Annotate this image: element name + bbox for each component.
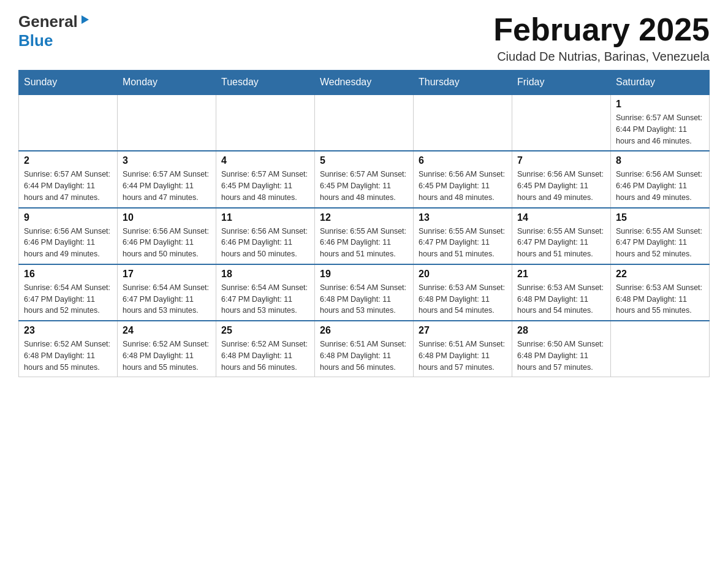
day-number: 18 — [221, 269, 309, 280]
month-title: February 2025 — [493, 12, 710, 47]
calendar-cell: 17Sunrise: 6:54 AM Sunset: 6:47 PM Dayli… — [118, 264, 216, 321]
calendar-cell: 5Sunrise: 6:57 AM Sunset: 6:45 PM Daylig… — [315, 151, 414, 207]
calendar-cell: 7Sunrise: 6:56 AM Sunset: 6:45 PM Daylig… — [512, 151, 611, 207]
calendar-cell — [512, 94, 611, 151]
day-number: 27 — [419, 325, 507, 336]
day-info: Sunrise: 6:56 AM Sunset: 6:46 PM Dayligh… — [123, 226, 211, 260]
day-info: Sunrise: 6:55 AM Sunset: 6:47 PM Dayligh… — [419, 226, 507, 260]
day-number: 3 — [123, 155, 211, 166]
day-info: Sunrise: 6:56 AM Sunset: 6:45 PM Dayligh… — [419, 169, 507, 203]
day-number: 14 — [517, 212, 605, 223]
calendar-cell: 3Sunrise: 6:57 AM Sunset: 6:44 PM Daylig… — [118, 151, 216, 207]
day-of-week-header: Friday — [512, 71, 611, 95]
logo: General Blue — [18, 12, 90, 50]
day-number: 20 — [419, 269, 507, 280]
svg-marker-0 — [82, 15, 89, 24]
day-info: Sunrise: 6:50 AM Sunset: 6:48 PM Dayligh… — [517, 339, 605, 373]
calendar-cell: 11Sunrise: 6:56 AM Sunset: 6:46 PM Dayli… — [216, 208, 315, 264]
calendar-cell: 16Sunrise: 6:54 AM Sunset: 6:47 PM Dayli… — [19, 264, 118, 321]
day-info: Sunrise: 6:54 AM Sunset: 6:47 PM Dayligh… — [24, 282, 112, 316]
day-info: Sunrise: 6:56 AM Sunset: 6:46 PM Dayligh… — [24, 226, 112, 260]
calendar-cell: 20Sunrise: 6:53 AM Sunset: 6:48 PM Dayli… — [414, 264, 512, 321]
calendar-cell: 13Sunrise: 6:55 AM Sunset: 6:47 PM Dayli… — [414, 208, 512, 264]
day-info: Sunrise: 6:56 AM Sunset: 6:46 PM Dayligh… — [221, 226, 309, 260]
day-info: Sunrise: 6:54 AM Sunset: 6:48 PM Dayligh… — [320, 282, 408, 316]
day-number: 6 — [419, 155, 507, 166]
day-number: 12 — [320, 212, 408, 223]
day-of-week-header: Monday — [118, 71, 216, 95]
calendar-header: SundayMondayTuesdayWednesdayThursdayFrid… — [19, 71, 710, 95]
calendar-table: SundayMondayTuesdayWednesdayThursdayFrid… — [18, 70, 710, 377]
calendar-week-row: 9Sunrise: 6:56 AM Sunset: 6:46 PM Daylig… — [19, 208, 710, 264]
day-of-week-header: Wednesday — [315, 71, 414, 95]
calendar-cell — [315, 94, 414, 151]
calendar-cell — [19, 94, 118, 151]
calendar-cell: 14Sunrise: 6:55 AM Sunset: 6:47 PM Dayli… — [512, 208, 611, 264]
day-info: Sunrise: 6:53 AM Sunset: 6:48 PM Dayligh… — [419, 282, 507, 316]
day-number: 10 — [123, 212, 211, 223]
day-number: 5 — [320, 155, 408, 166]
day-info: Sunrise: 6:57 AM Sunset: 6:44 PM Dayligh… — [24, 169, 112, 203]
day-info: Sunrise: 6:53 AM Sunset: 6:48 PM Dayligh… — [517, 282, 605, 316]
day-number: 19 — [320, 269, 408, 280]
day-info: Sunrise: 6:57 AM Sunset: 6:44 PM Dayligh… — [616, 112, 704, 147]
calendar-week-row: 2Sunrise: 6:57 AM Sunset: 6:44 PM Daylig… — [19, 151, 710, 207]
calendar-cell: 27Sunrise: 6:51 AM Sunset: 6:48 PM Dayli… — [414, 321, 512, 377]
calendar-cell: 24Sunrise: 6:52 AM Sunset: 6:48 PM Dayli… — [118, 321, 216, 377]
day-number: 26 — [320, 325, 408, 336]
calendar-week-row: 23Sunrise: 6:52 AM Sunset: 6:48 PM Dayli… — [19, 321, 710, 377]
day-number: 17 — [123, 269, 211, 280]
calendar-cell: 19Sunrise: 6:54 AM Sunset: 6:48 PM Dayli… — [315, 264, 414, 321]
calendar-cell: 1Sunrise: 6:57 AM Sunset: 6:44 PM Daylig… — [611, 94, 710, 151]
day-number: 8 — [616, 155, 704, 166]
calendar-cell: 18Sunrise: 6:54 AM Sunset: 6:47 PM Dayli… — [216, 264, 315, 321]
day-info: Sunrise: 6:51 AM Sunset: 6:48 PM Dayligh… — [320, 339, 408, 373]
day-info: Sunrise: 6:55 AM Sunset: 6:47 PM Dayligh… — [616, 226, 704, 260]
day-number: 13 — [419, 212, 507, 223]
calendar-cell: 23Sunrise: 6:52 AM Sunset: 6:48 PM Dayli… — [19, 321, 118, 377]
calendar-cell — [611, 321, 710, 377]
day-number: 1 — [616, 99, 704, 110]
calendar-cell: 6Sunrise: 6:56 AM Sunset: 6:45 PM Daylig… — [414, 151, 512, 207]
calendar-cell: 15Sunrise: 6:55 AM Sunset: 6:47 PM Dayli… — [611, 208, 710, 264]
calendar-cell: 2Sunrise: 6:57 AM Sunset: 6:44 PM Daylig… — [19, 151, 118, 207]
day-number: 11 — [221, 212, 309, 223]
day-info: Sunrise: 6:54 AM Sunset: 6:47 PM Dayligh… — [123, 282, 211, 316]
day-number: 2 — [24, 155, 112, 166]
calendar-cell: 12Sunrise: 6:55 AM Sunset: 6:46 PM Dayli… — [315, 208, 414, 264]
logo-blue-text: Blue — [18, 31, 53, 50]
calendar-cell — [216, 94, 315, 151]
logo-general-text: General — [18, 12, 78, 31]
calendar-cell: 9Sunrise: 6:56 AM Sunset: 6:46 PM Daylig… — [19, 208, 118, 264]
calendar-cell: 22Sunrise: 6:53 AM Sunset: 6:48 PM Dayli… — [611, 264, 710, 321]
calendar-cell — [118, 94, 216, 151]
title-block: February 2025 Ciudad De Nutrias, Barinas… — [493, 12, 710, 64]
day-number: 28 — [517, 325, 605, 336]
day-info: Sunrise: 6:57 AM Sunset: 6:44 PM Dayligh… — [123, 169, 211, 203]
day-number: 24 — [123, 325, 211, 336]
day-number: 16 — [24, 269, 112, 280]
calendar-cell: 26Sunrise: 6:51 AM Sunset: 6:48 PM Dayli… — [315, 321, 414, 377]
day-number: 4 — [221, 155, 309, 166]
day-number: 25 — [221, 325, 309, 336]
day-of-week-header: Sunday — [19, 71, 118, 95]
day-of-week-header: Saturday — [611, 71, 710, 95]
day-info: Sunrise: 6:57 AM Sunset: 6:45 PM Dayligh… — [320, 169, 408, 203]
calendar-body: 1Sunrise: 6:57 AM Sunset: 6:44 PM Daylig… — [19, 94, 710, 377]
day-number: 9 — [24, 212, 112, 223]
calendar-cell: 28Sunrise: 6:50 AM Sunset: 6:48 PM Dayli… — [512, 321, 611, 377]
calendar-cell: 8Sunrise: 6:56 AM Sunset: 6:46 PM Daylig… — [611, 151, 710, 207]
day-number: 23 — [24, 325, 112, 336]
day-number: 22 — [616, 269, 704, 280]
day-info: Sunrise: 6:54 AM Sunset: 6:47 PM Dayligh… — [221, 282, 309, 316]
days-of-week-row: SundayMondayTuesdayWednesdayThursdayFrid… — [19, 71, 710, 95]
day-of-week-header: Thursday — [414, 71, 512, 95]
day-info: Sunrise: 6:52 AM Sunset: 6:48 PM Dayligh… — [123, 339, 211, 373]
day-number: 7 — [517, 155, 605, 166]
day-info: Sunrise: 6:55 AM Sunset: 6:46 PM Dayligh… — [320, 226, 408, 260]
day-number: 15 — [616, 212, 704, 223]
day-info: Sunrise: 6:56 AM Sunset: 6:46 PM Dayligh… — [616, 169, 704, 203]
day-info: Sunrise: 6:55 AM Sunset: 6:47 PM Dayligh… — [517, 226, 605, 260]
day-info: Sunrise: 6:52 AM Sunset: 6:48 PM Dayligh… — [221, 339, 309, 373]
calendar-cell — [414, 94, 512, 151]
